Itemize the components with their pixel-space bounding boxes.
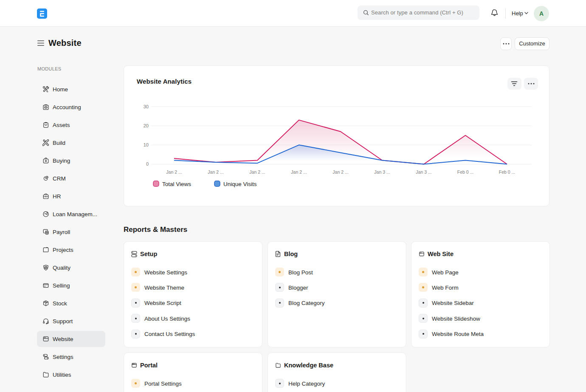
svg-text:Jan 2 ...: Jan 2 ... xyxy=(291,169,307,175)
svg-text:10: 10 xyxy=(144,142,149,147)
svg-text:Feb 0 ...: Feb 0 ... xyxy=(457,169,474,175)
svg-text:Feb 0 ...: Feb 0 ... xyxy=(499,169,516,175)
svg-text:20: 20 xyxy=(144,123,149,128)
svg-text:Jan 3 ...: Jan 3 ... xyxy=(374,169,390,175)
svg-text:Jan 2 ...: Jan 2 ... xyxy=(332,169,348,175)
svg-text:0: 0 xyxy=(146,161,149,166)
svg-text:30: 30 xyxy=(144,104,149,109)
svg-text:Total Views: Total Views xyxy=(162,181,191,187)
svg-text:Jan 2 ...: Jan 2 ... xyxy=(208,169,223,175)
svg-text:Jan 3 ...: Jan 3 ... xyxy=(416,169,431,175)
svg-text:Unique Visits: Unique Visits xyxy=(223,181,257,187)
svg-text:Jan 2 ...: Jan 2 ... xyxy=(249,169,265,175)
svg-text:Jan 2 ...: Jan 2 ... xyxy=(166,169,182,175)
